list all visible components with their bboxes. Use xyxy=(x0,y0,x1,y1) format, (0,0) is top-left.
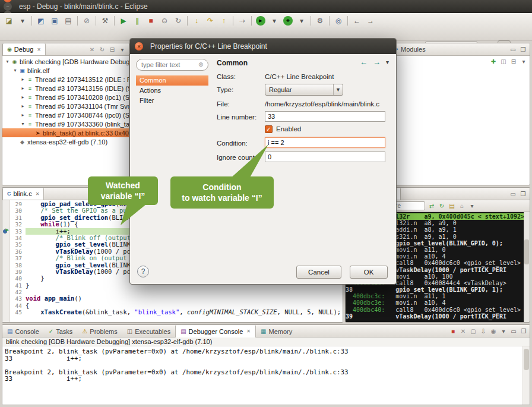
run-button[interactable]: ▶ xyxy=(256,16,265,26)
new-menu-button[interactable]: ▾ xyxy=(16,15,29,27)
maximize-button[interactable]: ❐ xyxy=(518,190,528,198)
dialog-nav-common[interactable]: Common xyxy=(136,75,208,86)
scrollbar-thumb[interactable] xyxy=(524,239,529,264)
marker-gutter[interactable] xyxy=(2,200,10,322)
debug-tree-item[interactable]: ▸≡Thread #6 1073431104 (Tmr Svc) (S xyxy=(2,102,129,111)
instruction-stepping-button[interactable]: ⇢ xyxy=(236,15,249,27)
tree-expander-icon[interactable]: ▾ xyxy=(12,68,18,73)
print-button[interactable]: ▤ xyxy=(62,15,75,27)
pulldown-icon[interactable]: ▾ xyxy=(386,59,389,65)
scrollbar-thumb[interactable] xyxy=(524,349,529,370)
remove-launch-button[interactable]: ✕ xyxy=(458,327,468,335)
remove-all-terminated-button[interactable]: ✕ xyxy=(87,45,97,53)
debug-tree-item[interactable]: ▸≡Thread #3 1073413156 (IDLE) (Susp xyxy=(2,84,129,93)
add-register-group-button[interactable]: ✚ xyxy=(489,57,498,65)
terminate-button[interactable]: ■ xyxy=(448,327,458,335)
disconnect-button[interactable]: ⊝ xyxy=(158,15,171,27)
console-tab-debugger-console[interactable]: ▤Debugger Console✕ xyxy=(175,325,256,337)
show-source-button[interactable]: ▤ xyxy=(447,202,457,210)
disassembly-line[interactable]: 400dbc3c: movi.n a11, 1 xyxy=(346,293,530,299)
disassembly-line[interactable]: 400dbc3e: movi.n a10, 4 xyxy=(346,299,530,306)
condition-input[interactable] xyxy=(265,137,385,148)
search-button[interactable]: ◎ xyxy=(332,15,345,27)
type-dropdown[interactable]: Regular ▼ xyxy=(265,84,343,96)
step-over-button[interactable]: ↷ xyxy=(204,15,217,27)
tree-expander-icon[interactable]: ▸ xyxy=(20,86,26,91)
breakpoint-current-line-marker-icon[interactable]: ➤ xyxy=(3,228,10,234)
ignore-count-input[interactable] xyxy=(265,152,385,162)
tree-expander-icon[interactable]: ▾ xyxy=(20,121,26,127)
debug-tree-item[interactable]: ▸≡Thread #2 1073413512 (IDLE : Runn xyxy=(2,75,129,84)
pin-console-button[interactable]: ◉ xyxy=(489,327,498,335)
code-line[interactable]: 45 xTaskCreate(&blink_task, "blink_task"… xyxy=(10,309,343,315)
debug-tree-item[interactable]: ▾≡Thread #9 1073433360 (blink_task xyxy=(2,119,129,128)
dialog-titlebar[interactable]: ✕ Properties for C/C++ Line Breakpoint xyxy=(130,39,396,54)
minimize-button[interactable]: ▭ xyxy=(508,45,518,53)
minimize-button[interactable]: ▭ xyxy=(509,327,518,335)
disassembly-line[interactable]: 39 vTaskDelay(1000 / portTICK_PERI xyxy=(346,313,530,320)
tab-blink-c[interactable]: C blink.c ✕ xyxy=(2,188,44,200)
minimize-window-icon[interactable]: – xyxy=(4,2,12,11)
dialog-nav-filter[interactable]: Filter xyxy=(136,96,208,106)
skip-all-breakpoints-button[interactable]: ⊘ xyxy=(80,15,93,27)
save-button[interactable]: ◩ xyxy=(34,15,48,27)
restart-button[interactable]: ↻ xyxy=(172,15,185,27)
tree-expander-icon[interactable]: ▸ xyxy=(20,94,26,100)
debug-tree-item[interactable]: ▸≡Thread #7 1073408744 (ipc0) (Susp xyxy=(2,111,129,119)
step-return-button[interactable]: ↑ xyxy=(217,15,230,27)
debug-tree-item[interactable]: ➤blink_task() at blink.c:33 0x400db xyxy=(2,128,129,137)
debug-menu-button[interactable]: ▾ xyxy=(295,15,308,27)
filter-input[interactable] xyxy=(136,59,208,71)
tree-expander-icon[interactable]: ▸ xyxy=(20,77,26,82)
console-tab-problems[interactable]: ⚠Problems xyxy=(77,325,122,337)
line-number-input[interactable] xyxy=(265,111,385,122)
debug-tree-item[interactable]: ▾▣blink.elf xyxy=(2,66,129,75)
view-menu-button[interactable]: ▾ xyxy=(467,202,477,210)
suspend-button[interactable]: ∥ xyxy=(131,15,144,27)
back-arrow-icon[interactable]: ← xyxy=(360,58,368,67)
close-icon[interactable]: ✕ xyxy=(135,42,143,51)
console-tab-executables[interactable]: ◫Executables xyxy=(122,325,175,337)
restart-launch-button[interactable]: ↻ xyxy=(97,45,107,53)
disassembly-line[interactable]: 38 gpio_set_level(BLINK_GPIO, 1); xyxy=(346,286,530,293)
console-tab-memory[interactable]: ▦Memory xyxy=(256,325,297,337)
minimize-button[interactable]: ▭ xyxy=(508,190,518,198)
disassembly-line[interactable]: 400dbc40: call8 0x400dc6c0 <gpio_set_lev… xyxy=(346,307,530,313)
tree-expander-icon[interactable]: ▸ xyxy=(20,112,26,118)
window-titlebar[interactable]: ✕–+ esp - Debug - blink/main/blink.c - E… xyxy=(0,0,532,13)
console-scrollbar[interactable] xyxy=(522,346,530,405)
navigate-forward-button[interactable]: → xyxy=(364,15,377,27)
view-menu-button[interactable]: ▾ xyxy=(519,57,528,65)
home-button[interactable]: ⌂ xyxy=(457,202,467,210)
maximize-button[interactable]: ❐ xyxy=(519,327,528,335)
debug-button[interactable]: ❋ xyxy=(283,16,293,26)
close-icon[interactable]: ✕ xyxy=(37,47,41,52)
step-into-button[interactable]: ↓ xyxy=(190,15,203,27)
debug-tree-item[interactable]: ▾◉blink checking [GDB Hardware Debug xyxy=(2,57,129,66)
disassembly-scrollbar[interactable] xyxy=(524,212,530,322)
build-button[interactable]: ⚒ xyxy=(99,15,112,27)
navigate-back-button[interactable]: ← xyxy=(350,15,363,27)
console-tab-tasks[interactable]: ✓Tasks xyxy=(44,325,78,337)
console-tab-console[interactable]: ▤Console xyxy=(2,325,44,337)
help-button[interactable]: ? xyxy=(137,266,149,277)
forward-arrow-icon[interactable]: → xyxy=(373,58,381,67)
filter-registers-button[interactable]: ◫ xyxy=(499,57,508,65)
clear-console-button[interactable]: ▢ xyxy=(468,327,478,335)
external-tools-button[interactable]: ⚙ xyxy=(314,15,327,27)
view-menu-button[interactable]: ▾ xyxy=(499,327,508,335)
save-all-button[interactable]: ▣ xyxy=(48,15,61,27)
close-icon[interactable]: ✕ xyxy=(36,191,40,197)
new-button[interactable]: ◪ xyxy=(2,15,15,27)
terminate-button[interactable]: ■ xyxy=(144,15,157,27)
tab-debug[interactable]: ◉ Debug ✕ xyxy=(2,43,46,55)
dialog-nav-actions[interactable]: Actions xyxy=(136,86,208,96)
cancel-button[interactable]: Cancel xyxy=(296,266,341,279)
debug-tree-item[interactable]: ▸≡Thread #5 1073410208 (ipc1) (Susp xyxy=(2,93,129,102)
debug-tree-item[interactable]: ◆xtensa-esp32-elf-gdb (7.10) xyxy=(2,137,129,146)
code-line[interactable]: 43void app_main() xyxy=(10,295,343,302)
maximize-button[interactable]: ❐ xyxy=(518,45,528,53)
collapse-all-button[interactable]: ⊟ xyxy=(107,45,117,53)
tree-expander-icon[interactable]: ▸ xyxy=(20,103,26,109)
resume-button[interactable]: ▶ xyxy=(117,15,130,27)
